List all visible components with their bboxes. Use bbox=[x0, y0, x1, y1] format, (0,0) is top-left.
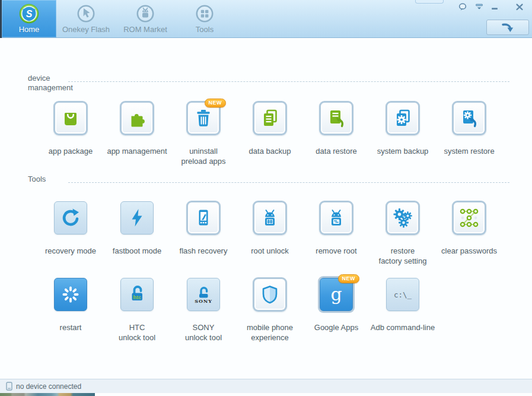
tile-label: system restore bbox=[444, 146, 494, 167]
status-text: no device connected bbox=[16, 382, 81, 391]
open-padlock-sony-icon: SONY bbox=[193, 284, 214, 305]
speech-bubble-icon bbox=[457, 2, 468, 12]
tab-home-label: Home bbox=[19, 25, 40, 34]
documents-stack-icon bbox=[259, 107, 281, 129]
new-badge: NEW bbox=[205, 99, 227, 107]
pattern-lock-icon bbox=[458, 207, 480, 229]
empty-cell bbox=[436, 277, 502, 344]
close-button[interactable] bbox=[514, 2, 525, 12]
feedback-button[interactable] bbox=[457, 2, 468, 12]
phone-with-pencil-icon bbox=[193, 207, 214, 229]
desktop-peek bbox=[0, 393, 95, 396]
item-fastboot-mode: fastboot mode bbox=[104, 201, 170, 267]
android-in-circle-icon bbox=[135, 3, 156, 24]
command-prompt-icon: c:\_ bbox=[392, 284, 413, 305]
phone-icon bbox=[6, 382, 12, 391]
system-backup-tile[interactable] bbox=[386, 101, 420, 135]
command-prompt-text: c:\_ bbox=[394, 290, 412, 299]
restore-factory-setting-tile[interactable] bbox=[386, 201, 420, 235]
cursor-in-circle-icon bbox=[75, 3, 97, 24]
tile-label: remove root bbox=[316, 246, 356, 267]
document-return-arrow-icon bbox=[326, 107, 347, 129]
tab-onekey-flash[interactable]: Onekey Flash bbox=[56, 0, 116, 37]
lightning-bolt-icon bbox=[126, 207, 148, 229]
shuame-logo-icon: S bbox=[18, 3, 40, 24]
tile-label: data backup bbox=[249, 146, 291, 167]
tools-row-2: restart htc HTC unlock tool bbox=[0, 277, 532, 344]
recovery-mode-tile[interactable] bbox=[54, 201, 87, 235]
shield-icon bbox=[259, 284, 281, 305]
top-mini-tab bbox=[415, 0, 444, 4]
data-backup-tile[interactable] bbox=[253, 101, 287, 135]
clear-passwords-tile[interactable] bbox=[452, 201, 486, 235]
close-icon bbox=[514, 2, 525, 12]
new-badge: NEW bbox=[338, 274, 360, 283]
android-robot-hash-icon bbox=[259, 207, 281, 229]
curved-down-arrow-icon bbox=[499, 21, 516, 34]
adb-command-line-tile[interactable]: c:\_ bbox=[386, 278, 419, 311]
item-app-package: app package bbox=[37, 101, 104, 167]
restart-tile[interactable] bbox=[54, 278, 87, 311]
open-padlock-htc-icon: htc bbox=[126, 284, 148, 305]
htc-brand-text: htc bbox=[133, 294, 141, 300]
google-g-icon: g bbox=[326, 284, 347, 305]
mobile-phone-experience-tile[interactable] bbox=[253, 277, 287, 312]
item-sony-unlock-tool: SONY SONY unlock tool bbox=[170, 277, 237, 344]
puzzle-piece-icon bbox=[126, 107, 148, 129]
htc-unlock-tool-tile[interactable]: htc bbox=[120, 278, 154, 311]
documents-gear-icon bbox=[392, 107, 413, 129]
tile-label: Google Apps bbox=[314, 322, 358, 344]
minimize-icon bbox=[489, 2, 500, 12]
logo-letter: S bbox=[26, 9, 33, 19]
item-root-unlock: root unlock bbox=[237, 201, 303, 267]
sony-unlock-tool-tile[interactable]: SONY bbox=[187, 278, 220, 311]
tab-home[interactable]: S Home bbox=[2, 0, 56, 37]
sony-brand-text: SONY bbox=[195, 298, 212, 304]
flash-recovery-tile[interactable] bbox=[186, 201, 221, 235]
tile-label: restore factory setting bbox=[379, 246, 427, 267]
root-unlock-tile[interactable] bbox=[253, 201, 287, 235]
tile-label: flash recovery bbox=[180, 246, 228, 267]
device-management-row: app package app management NEW bbox=[0, 101, 532, 167]
tile-label: uninstall preload apps bbox=[181, 146, 225, 167]
item-flash-recovery: flash recovery bbox=[170, 201, 237, 267]
circular-refresh-arrow-icon bbox=[60, 207, 81, 229]
trash-can-icon bbox=[193, 107, 214, 129]
tools-row-1: recovery mode fastboot mode bbox=[0, 201, 532, 267]
bottom-strip bbox=[0, 393, 532, 396]
item-data-restore: data restore bbox=[303, 101, 369, 167]
uninstall-preload-apps-tile[interactable]: NEW bbox=[186, 101, 221, 135]
app-management-tile[interactable] bbox=[120, 101, 154, 135]
item-system-restore: system restore bbox=[436, 101, 502, 167]
item-clear-passwords: clear passwords bbox=[436, 201, 502, 267]
system-restore-tile[interactable] bbox=[452, 101, 486, 135]
device-management-section-header: device management bbox=[28, 38, 509, 93]
item-system-backup: system backup bbox=[369, 101, 436, 167]
item-restore-factory-setting: restore factory setting bbox=[369, 201, 436, 267]
tile-label: app package bbox=[49, 146, 93, 167]
header-bar: S Home Onekey Flash bbox=[0, 0, 532, 38]
grid-in-circle-icon bbox=[194, 3, 215, 24]
rollup-button[interactable] bbox=[474, 2, 485, 12]
device-management-title: device management bbox=[28, 74, 68, 93]
remove-root-tile[interactable] bbox=[319, 201, 353, 235]
tab-onekey-flash-label: Onekey Flash bbox=[62, 25, 110, 34]
main-content: device management app package bbox=[0, 38, 532, 379]
item-adb-command-line: c:\_ Adb command-line bbox=[369, 277, 436, 344]
google-apps-tile[interactable]: NEW g bbox=[320, 278, 353, 311]
tile-label: mobile phone experience bbox=[247, 322, 293, 344]
item-restart: restart bbox=[37, 277, 104, 344]
section-divider bbox=[68, 81, 509, 82]
tab-tools[interactable]: Tools bbox=[175, 0, 234, 37]
tools-title: Tools bbox=[28, 175, 68, 184]
spinner-burst-icon bbox=[60, 284, 81, 305]
fastboot-mode-tile[interactable] bbox=[120, 201, 154, 235]
app-window: S Home Onekey Flash bbox=[0, 0, 532, 396]
download-button[interactable] bbox=[486, 20, 529, 35]
tile-label: system backup bbox=[377, 146, 429, 167]
data-restore-tile[interactable] bbox=[319, 101, 353, 135]
tab-rom-market-label: ROM Market bbox=[123, 25, 167, 34]
minimize-button[interactable] bbox=[489, 2, 500, 12]
app-package-tile[interactable] bbox=[53, 101, 88, 135]
tab-rom-market[interactable]: ROM Market bbox=[116, 0, 175, 37]
